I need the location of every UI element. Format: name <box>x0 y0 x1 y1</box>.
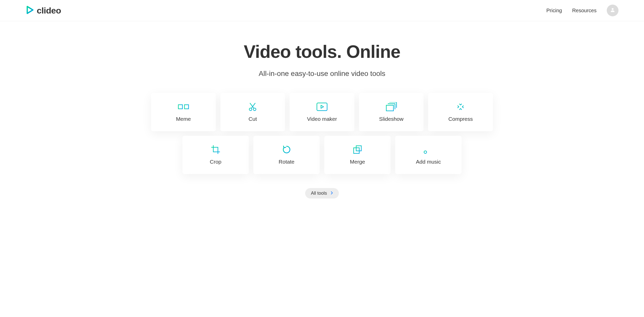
music-plus-icon <box>423 145 434 154</box>
tool-label: Meme <box>176 116 191 122</box>
svg-rect-17 <box>356 146 361 151</box>
chevron-right-icon <box>331 191 333 196</box>
merge-icon <box>353 145 362 154</box>
nav-resources[interactable]: Resources <box>572 8 597 14</box>
play-icon <box>26 6 34 15</box>
logo[interactable]: clideo <box>26 6 61 16</box>
tool-compress[interactable]: Compress <box>428 93 493 131</box>
tools-grid: Meme Cut Video <box>146 93 498 174</box>
tool-label: Rotate <box>279 159 294 165</box>
svg-point-18 <box>424 151 427 153</box>
tool-label: Merge <box>350 159 365 165</box>
tool-video-maker[interactable]: Video maker <box>290 93 354 131</box>
meme-icon <box>176 102 191 111</box>
svg-rect-10 <box>317 103 327 111</box>
tool-label: Compress <box>448 116 473 122</box>
all-tools-button[interactable]: All tools <box>305 188 339 199</box>
logo-text: clideo <box>37 6 61 16</box>
play-rect-icon <box>316 102 328 111</box>
compress-icon <box>455 102 466 111</box>
tool-label: Slideshow <box>379 116 404 122</box>
tool-merge[interactable]: Merge <box>324 136 391 174</box>
all-tools-label: All tools <box>311 191 327 196</box>
tool-label: Crop <box>210 159 221 165</box>
user-icon <box>610 7 615 14</box>
svg-rect-11 <box>386 105 393 111</box>
rotate-icon <box>282 145 291 154</box>
tools-row-1: Meme Cut Video <box>151 93 493 131</box>
tool-cut[interactable]: Cut <box>220 93 285 131</box>
avatar[interactable] <box>607 5 618 16</box>
tools-row-2: Crop Rotate Merge <box>151 136 493 174</box>
tool-crop[interactable]: Crop <box>182 136 249 174</box>
slideshow-icon <box>386 102 397 111</box>
all-tools-wrap: All tools <box>0 188 644 206</box>
svg-rect-2 <box>184 105 189 109</box>
page-subtitle: All-in-one easy-to-use online video tool… <box>0 70 644 78</box>
tool-rotate[interactable]: Rotate <box>253 136 320 174</box>
scissors-icon <box>248 102 257 111</box>
svg-rect-1 <box>178 105 182 109</box>
nav-pricing[interactable]: Pricing <box>546 8 562 14</box>
tool-slideshow[interactable]: Slideshow <box>359 93 424 131</box>
tool-label: Cut <box>249 116 257 122</box>
tool-label: Add music <box>416 159 441 165</box>
nav: Pricing Resources <box>546 5 618 16</box>
header: clideo Pricing Resources <box>0 0 644 21</box>
page-title: Video tools. Online <box>0 42 644 62</box>
hero: Video tools. Online All-in-one easy-to-u… <box>0 21 644 78</box>
tool-meme[interactable]: Meme <box>151 93 216 131</box>
crop-icon <box>211 145 220 154</box>
svg-point-0 <box>612 8 613 10</box>
tool-label: Video maker <box>307 116 337 122</box>
tool-add-music[interactable]: Add music <box>395 136 462 174</box>
